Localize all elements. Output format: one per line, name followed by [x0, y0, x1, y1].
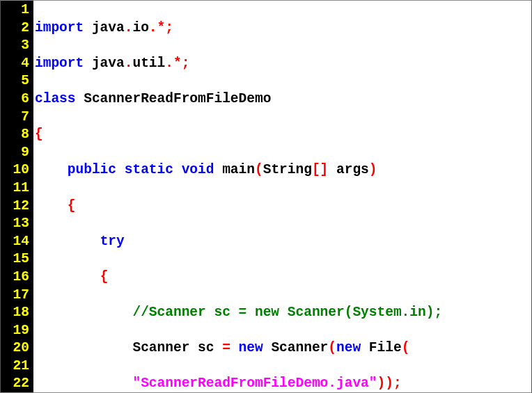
code-line: import java.util.*; — [35, 55, 531, 73]
code-line: Scanner sc = new Scanner(new File( — [35, 339, 531, 358]
line-number: 4 — [1, 55, 29, 73]
line-number: 18 — [1, 304, 29, 322]
line-number: 5 — [1, 72, 29, 90]
code-line: public static void main(String[] args) — [35, 161, 531, 179]
line-number: 6 — [1, 90, 29, 109]
code-line: { — [35, 198, 531, 216]
code-line: class ScannerReadFromFileDemo — [35, 90, 531, 109]
line-number: 20 — [1, 339, 29, 358]
code-line: { — [35, 268, 531, 287]
code-line: import java.io.*; — [35, 19, 531, 38]
line-number-gutter: 1 2 3 4 5 6 7 8 9 10 11 12 13 14 15 16 1… — [1, 1, 33, 392]
line-number: 22 — [1, 375, 29, 393]
line-number: 17 — [1, 287, 29, 305]
line-number: 19 — [1, 322, 29, 340]
code-line: "ScannerReadFromFileDemo.java")); — [35, 375, 531, 392]
line-number: 12 — [1, 198, 29, 216]
line-number: 10 — [1, 161, 29, 179]
line-number: 2 — [1, 19, 29, 38]
line-number: 11 — [1, 179, 29, 198]
code-line: try — [35, 233, 531, 251]
line-number: 3 — [1, 37, 29, 55]
line-number: 13 — [1, 215, 29, 233]
code-area[interactable]: import java.io.*; import java.util.*; cl… — [33, 1, 531, 392]
line-number: 16 — [1, 268, 29, 287]
line-number: 15 — [1, 250, 29, 268]
code-line: { — [35, 126, 531, 144]
line-number: 21 — [1, 358, 29, 376]
line-number: 1 — [1, 1, 29, 19]
line-number: 9 — [1, 144, 29, 162]
line-number: 14 — [1, 233, 29, 251]
line-number: 7 — [1, 109, 29, 127]
line-number: 8 — [1, 126, 29, 144]
code-line: //Scanner sc = new Scanner(System.in); — [35, 304, 531, 322]
code-editor: 1 2 3 4 5 6 7 8 9 10 11 12 13 14 15 16 1… — [0, 0, 532, 393]
